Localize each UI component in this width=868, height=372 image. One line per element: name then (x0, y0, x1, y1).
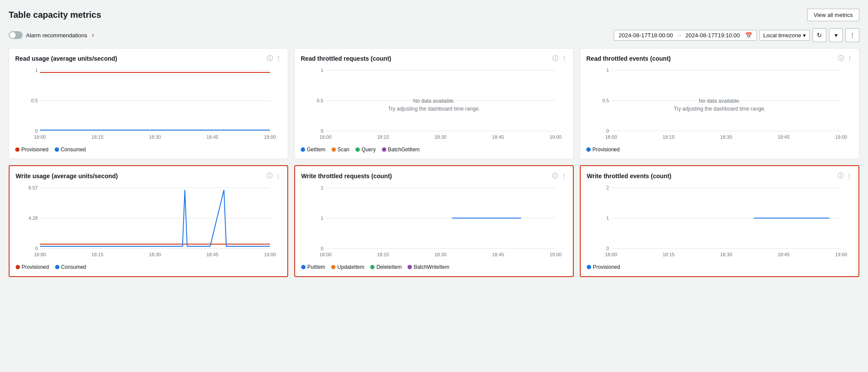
legend-label: UpdateItem (337, 264, 364, 270)
legend-label: Scan (338, 147, 349, 153)
alarm-toggle-switch[interactable] (9, 31, 23, 39)
chart-title-read-throttled-events: Read throttled events (count) (586, 55, 671, 62)
svg-text:18:30: 18:30 (149, 252, 161, 257)
legend-item: UpdateItem (331, 264, 364, 270)
chart-info-icon-read-usage[interactable]: ⓘ (267, 55, 273, 62)
svg-text:0: 0 (35, 246, 38, 251)
svg-text:0: 0 (321, 246, 323, 251)
chart-more-icon-write-throttled-requests[interactable]: ⋮ (561, 173, 567, 179)
legend-dot (332, 147, 336, 152)
svg-text:18:45: 18:45 (778, 252, 790, 257)
more-options-button[interactable]: ⋮ (845, 28, 859, 42)
svg-text:18:30: 18:30 (149, 134, 161, 140)
svg-text:18:00: 18:00 (34, 134, 46, 140)
chart-card-write-usage: Write usage (average units/second)ⓘ⋮8.57… (9, 165, 288, 277)
chart-more-icon-write-usage[interactable]: ⋮ (275, 173, 281, 179)
legend-dot (55, 147, 59, 152)
legend-item: DeleteItem (370, 264, 401, 270)
svg-text:18:15: 18:15 (377, 134, 389, 140)
legend-label: DeleteItem (376, 264, 401, 270)
legend-label: Query (362, 147, 376, 153)
charts-grid: Read usage (average units/second)ⓘ⋮10.50… (9, 48, 859, 277)
svg-text:0.5: 0.5 (317, 98, 323, 103)
page: Table capacity metrics View all metrics … (0, 0, 868, 372)
timezone-label: Local timezone (763, 32, 801, 39)
svg-text:19:00: 19:00 (549, 134, 562, 140)
chart-more-icon-read-throttled-requests[interactable]: ⋮ (561, 55, 567, 62)
svg-text:19:00: 19:00 (264, 252, 276, 257)
chart-info-icon-write-throttled-events[interactable]: ⓘ (838, 172, 844, 180)
chart-actions-read-throttled-requests: ⓘ⋮ (552, 55, 567, 62)
svg-text:1: 1 (606, 215, 609, 221)
legend-dot (587, 265, 591, 269)
view-all-metrics-button[interactable]: View all metrics (807, 9, 859, 21)
svg-text:8.57: 8.57 (29, 185, 38, 190)
chart-info-icon-read-throttled-events[interactable]: ⓘ (838, 55, 844, 62)
legend-item: Consumed (55, 147, 86, 153)
chart-title-read-usage: Read usage (average units/second) (15, 55, 117, 62)
page-title: Table capacity metrics (9, 10, 101, 20)
chart-legend-read-throttled-requests: GetItemScanQueryBatchGetItem (301, 147, 567, 153)
svg-text:19:00: 19:00 (835, 134, 847, 140)
svg-text:18:45: 18:45 (492, 134, 504, 140)
time-arrow-icon: → (677, 32, 682, 39)
chart-card-read-throttled-events: Read throttled events (count)ⓘ⋮10.5018:0… (580, 48, 859, 159)
legend-label: BatchGetItem (388, 147, 420, 153)
time-start: 2024-08-17T18:00:00 (618, 32, 673, 39)
legend-item: Query (355, 147, 376, 153)
svg-text:18:00: 18:00 (319, 134, 332, 140)
no-data-message-read-throttled-requests: No data available.Try adjusting the dash… (388, 97, 480, 113)
toggle-knob (10, 32, 16, 38)
legend-item: Provisioned (587, 264, 620, 270)
legend-dot (355, 147, 360, 152)
svg-text:0: 0 (321, 128, 323, 134)
legend-dot (15, 147, 20, 152)
legend-item: Provisioned (16, 264, 49, 270)
svg-text:4.28: 4.28 (29, 215, 38, 221)
legend-dot (382, 147, 386, 152)
legend-item: Provisioned (15, 147, 49, 153)
chart-legend-read-throttled-events: Provisioned (586, 147, 853, 153)
chart-header-read-usage: Read usage (average units/second)ⓘ⋮ (15, 55, 282, 62)
chart-more-icon-read-throttled-events[interactable]: ⋮ (847, 55, 853, 62)
chart-more-icon-write-throttled-events[interactable]: ⋮ (846, 173, 852, 179)
chart-legend-read-usage: ProvisionedConsumed (15, 147, 282, 153)
legend-dot (301, 265, 306, 269)
time-end: 2024-08-17T19:10:00 (686, 32, 740, 39)
chart-card-write-throttled-events: Write throttled events (count)ⓘ⋮21018:00… (580, 165, 859, 277)
chart-more-icon-read-usage[interactable]: ⋮ (276, 55, 282, 62)
chart-legend-write-usage: ProvisionedConsumed (16, 264, 281, 270)
time-range-picker[interactable]: 2024-08-17T18:00:00 → 2024-08-17T19:10:0… (614, 30, 756, 41)
timezone-dropdown[interactable]: Local timezone ▾ (760, 30, 810, 41)
chart-area-write-throttled-requests: 21018:0018:1518:3018:4519:00 (301, 183, 567, 261)
legend-dot (408, 265, 412, 269)
svg-text:0.5: 0.5 (602, 98, 609, 103)
chart-header-write-usage: Write usage (average units/second)ⓘ⋮ (16, 172, 281, 180)
legend-item: BatchGetItem (382, 147, 420, 153)
svg-text:1: 1 (321, 68, 323, 73)
chart-info-icon-write-throttled-requests[interactable]: ⓘ (552, 172, 558, 180)
refresh-button[interactable]: ↻ (812, 28, 826, 42)
chart-area-write-usage: 8.574.28018:0018:1518:3018:4519:00 (16, 183, 281, 261)
legend-item: GetItem (301, 147, 326, 153)
page-header: Table capacity metrics View all metrics (9, 9, 859, 21)
legend-dot (331, 265, 335, 269)
chart-info-icon-write-usage[interactable]: ⓘ (266, 172, 273, 180)
chart-info-icon-read-throttled-requests[interactable]: ⓘ (552, 55, 559, 62)
chart-legend-write-throttled-events: Provisioned (587, 264, 852, 270)
legend-label: Provisioned (22, 264, 49, 270)
chart-title-read-throttled-requests: Read throttled requests (count) (301, 55, 391, 62)
alarm-label: Alarm recommendations (26, 32, 87, 39)
chart-card-read-throttled-requests: Read throttled requests (count)ⓘ⋮10.5018… (294, 48, 574, 159)
legend-label: GetItem (307, 147, 326, 153)
no-data-message-read-throttled-events: No data available.Try adjusting the dash… (674, 97, 766, 113)
svg-text:18:45: 18:45 (207, 252, 219, 257)
dropdown-button[interactable]: ▾ (829, 28, 843, 42)
chart-actions-write-usage: ⓘ⋮ (266, 172, 281, 180)
svg-text:0: 0 (35, 128, 38, 134)
toolbar: Alarm recommendations ♀ 2024-08-17T18:00… (9, 28, 859, 42)
legend-dot (16, 265, 20, 269)
legend-label: BatchWriteItem (414, 264, 449, 270)
alarm-info-icon[interactable]: ♀ (91, 32, 95, 39)
legend-item: Scan (332, 147, 349, 153)
